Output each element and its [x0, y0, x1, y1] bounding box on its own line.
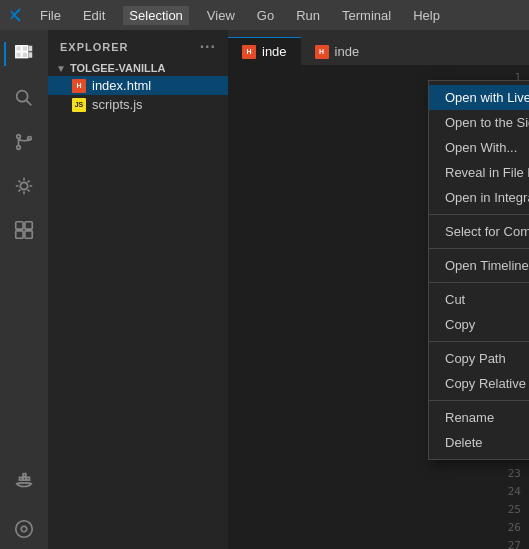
menu-label: Cut — [445, 292, 465, 307]
menu-open-timeline[interactable]: Open Timeline — [429, 253, 529, 278]
menu-reveal-explorer[interactable]: Reveal in File Explorer Shift+Alt+R — [429, 160, 529, 185]
menu-separator-1 — [429, 214, 529, 215]
menu-label: Reveal in File Explorer — [445, 165, 529, 180]
svg-rect-13 — [25, 231, 32, 238]
menu-separator-4 — [429, 341, 529, 342]
menu-terminal[interactable]: Terminal — [338, 6, 395, 25]
menu-go[interactable]: Go — [253, 6, 278, 25]
tab-label: inde — [262, 44, 287, 59]
menu-label: Open in Integrated Terminal — [445, 190, 529, 205]
menu-label: Open to the Side — [445, 115, 529, 130]
tab-label2: inde — [335, 44, 360, 59]
activity-search[interactable] — [4, 78, 44, 118]
main-layout: EXPLORER ··· ▼ TOLGEE-VANILLA H index.ht… — [0, 30, 529, 549]
editor-area: H inde H inde 1 2 3 4 5 6 7 8 9 10 11 12… — [228, 30, 529, 549]
tab-index-html[interactable]: H inde — [228, 37, 301, 65]
svg-point-7 — [17, 146, 21, 150]
menu-edit[interactable]: Edit — [79, 6, 109, 25]
activity-bar — [0, 30, 48, 549]
svg-point-6 — [17, 135, 21, 139]
menu-label: Open with Live Server — [445, 90, 529, 105]
html-icon: H — [72, 79, 86, 93]
activity-explorer[interactable] — [4, 34, 44, 74]
menu-bar[interactable]: File Edit Selection View Go Run Terminal… — [36, 6, 444, 25]
menu-label: Rename — [445, 410, 494, 425]
menu-label: Delete — [445, 435, 483, 450]
menu-label: Copy — [445, 317, 475, 332]
activity-npm[interactable] — [4, 509, 44, 549]
svg-rect-15 — [23, 477, 26, 480]
menu-label: Open Timeline — [445, 258, 529, 273]
menu-copy[interactable]: Copy Ctrl+C — [429, 312, 529, 337]
menu-label: Select for Compare — [445, 224, 529, 239]
sidebar: EXPLORER ··· ▼ TOLGEE-VANILLA H index.ht… — [48, 30, 228, 549]
sidebar-more-button[interactable]: ··· — [200, 38, 216, 56]
svg-rect-11 — [25, 222, 32, 229]
menu-open-with[interactable]: Open With... — [429, 135, 529, 160]
sidebar-header: EXPLORER ··· — [48, 30, 228, 60]
menu-copy-path[interactable]: Copy Path Shift+Alt+C — [429, 346, 529, 371]
menu-open-terminal[interactable]: Open in Integrated Terminal — [429, 185, 529, 210]
svg-point-4 — [17, 91, 28, 102]
app-icon — [10, 8, 24, 22]
svg-rect-14 — [19, 477, 22, 480]
file-item-index[interactable]: H index.html — [48, 76, 228, 95]
folder-name: TOLGEE-VANILLA — [70, 62, 166, 74]
svg-rect-10 — [16, 222, 23, 229]
menu-open-side[interactable]: Open to the Side Ctrl+Enter — [429, 110, 529, 135]
menu-separator-2 — [429, 248, 529, 249]
activity-debug[interactable] — [4, 166, 44, 206]
menu-delete[interactable]: Delete Delete — [429, 430, 529, 455]
menu-copy-relative-path[interactable]: Copy Relative Path Ctrl+K Ctrl+Shift+C — [429, 371, 529, 396]
activity-extensions[interactable] — [4, 210, 44, 250]
activity-git[interactable] — [4, 122, 44, 162]
menu-label: Open With... — [445, 140, 517, 155]
menu-selection[interactable]: Selection — [123, 6, 188, 25]
tab-html-icon: H — [242, 45, 256, 59]
tab-index2[interactable]: H inde — [301, 37, 374, 65]
js-icon: JS — [72, 98, 86, 112]
svg-point-9 — [20, 182, 27, 189]
chevron-down-icon: ▼ — [56, 63, 66, 74]
menu-label: Copy Path — [445, 351, 506, 366]
menu-help[interactable]: Help — [409, 6, 444, 25]
titlebar: File Edit Selection View Go Run Terminal… — [0, 0, 529, 30]
svg-rect-17 — [27, 477, 30, 480]
menu-separator-3 — [429, 282, 529, 283]
file-item-scripts[interactable]: JS scripts.js — [48, 95, 228, 114]
context-menu: Open with Live Server Alt+L Alt+O Open t… — [428, 80, 529, 460]
menu-label: Copy Relative Path — [445, 376, 529, 391]
svg-line-5 — [26, 100, 31, 105]
menu-separator-5 — [429, 400, 529, 401]
menu-run[interactable]: Run — [292, 6, 324, 25]
tab-html-icon2: H — [315, 45, 329, 59]
svg-point-19 — [16, 521, 33, 538]
menu-select-compare[interactable]: Select for Compare — [429, 219, 529, 244]
activity-docker[interactable] — [4, 461, 44, 501]
file-name-scripts: scripts.js — [92, 97, 143, 112]
svg-point-20 — [21, 526, 27, 532]
menu-cut[interactable]: Cut Ctrl+X — [429, 287, 529, 312]
menu-rename[interactable]: Rename F2 — [429, 405, 529, 430]
menu-open-live-server[interactable]: Open with Live Server Alt+L Alt+O — [429, 85, 529, 110]
menu-view[interactable]: View — [203, 6, 239, 25]
folder-item[interactable]: ▼ TOLGEE-VANILLA — [48, 60, 228, 76]
sidebar-title: EXPLORER — [60, 41, 129, 53]
file-name-index: index.html — [92, 78, 151, 93]
svg-rect-12 — [16, 231, 23, 238]
svg-rect-16 — [23, 474, 26, 477]
menu-file[interactable]: File — [36, 6, 65, 25]
editor-tabs: H inde H inde — [228, 30, 529, 65]
